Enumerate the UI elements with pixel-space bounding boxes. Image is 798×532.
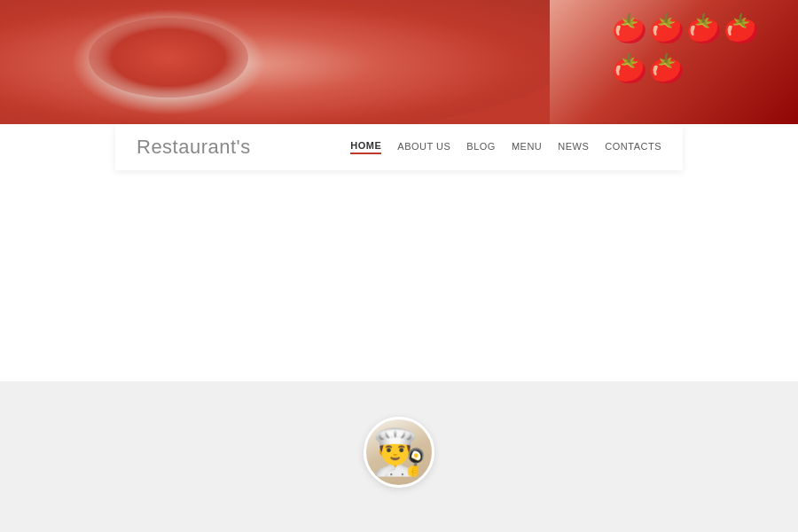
nav-link-home[interactable]: HOME bbox=[350, 140, 381, 154]
nav-link-menu[interactable]: MENU bbox=[512, 141, 542, 153]
hero-area bbox=[0, 0, 798, 137]
bottom-section: 👨‍🍳 bbox=[0, 372, 798, 532]
navbar: Restaurant's HOME ABOUT US BLOG MENU NEW… bbox=[115, 124, 683, 170]
nav-link-about[interactable]: ABOUT US bbox=[397, 141, 450, 153]
site-logo: Restaurant's bbox=[137, 136, 251, 159]
nav-links: HOME ABOUT US BLOG MENU NEWS CONTACTS bbox=[350, 140, 661, 154]
nav-link-contacts[interactable]: CONTACTS bbox=[605, 141, 661, 153]
nav-link-news[interactable]: NEWS bbox=[558, 141, 589, 153]
hero-soup-image bbox=[0, 0, 576, 137]
chef-avatar: 👨‍🍳 bbox=[364, 417, 434, 488]
nav-link-blog[interactable]: BLOG bbox=[466, 141, 496, 153]
hero-tomatoes-image bbox=[550, 0, 798, 137]
